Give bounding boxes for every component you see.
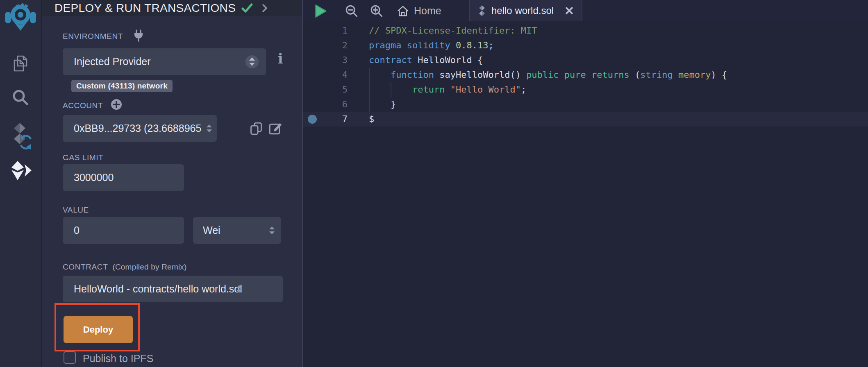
sidebar-item-solidity-compiler[interactable] <box>0 122 41 151</box>
sidebar-item-file-explorer[interactable] <box>0 54 41 73</box>
zoom-in-button[interactable] <box>370 0 384 22</box>
gas-limit-value: 3000000 <box>63 172 114 184</box>
page-title: DEPLOY & RUN TRANSACTIONS <box>55 2 236 15</box>
network-badge: Custom (43113) network <box>71 80 173 92</box>
environment-label: ENVIRONMENT <box>63 32 123 41</box>
glyph-margin[interactable] <box>303 38 327 53</box>
value-label: VALUE <box>63 206 89 215</box>
run-script-button[interactable] <box>315 0 327 22</box>
line-number: 4 <box>327 68 348 82</box>
zoom-out-icon <box>345 4 359 18</box>
remix-logo[interactable] <box>0 2 41 32</box>
sidebar-item-deploy-run[interactable] <box>0 160 41 182</box>
tab-home[interactable]: Home <box>397 0 441 22</box>
unit-select-arrows <box>269 227 275 235</box>
code-line-text: function sayHelloWorld() public pure ret… <box>348 68 727 82</box>
environment-select[interactable]: Injected Provider <box>63 48 266 75</box>
glyph-margin[interactable] <box>303 53 327 68</box>
code-area[interactable]: 1// SPDX-License-Identifier: MIT2pragma … <box>303 22 868 127</box>
code-line-text: pragma solidity 0.8.13; <box>348 38 494 53</box>
solidity-compiler-icon <box>7 122 34 151</box>
line-number: 3 <box>327 53 348 68</box>
code-line[interactable]: 3contract HelloWorld { <box>303 53 868 68</box>
account-select[interactable]: 0xBB9...29733 (23.6688965 <box>63 115 217 142</box>
sidebar-item-search[interactable] <box>0 88 41 107</box>
contract-label: CONTRACT (Compiled by Remix) <box>63 263 187 272</box>
edit-account-icon[interactable] <box>268 121 283 136</box>
add-account-icon[interactable] <box>111 99 122 110</box>
code-line-text: // SPDX-License-Identifier: MIT <box>348 23 537 38</box>
publish-ipfs-label: Publish to IPFS <box>83 353 153 365</box>
deploy-button[interactable]: Deploy <box>64 316 133 343</box>
environment-select-arrows <box>245 55 259 68</box>
value-input[interactable]: 0 <box>63 217 184 244</box>
glyph-margin[interactable] <box>303 23 327 38</box>
file-tab-label: hello world.sol <box>491 5 554 16</box>
code-line[interactable]: 6 } <box>303 97 868 112</box>
updown-arrows-icon <box>249 57 255 66</box>
close-tab-icon[interactable] <box>565 7 573 15</box>
publish-ipfs-checkbox[interactable] <box>64 351 76 364</box>
gas-limit-label: GAS LIMIT <box>63 153 103 162</box>
home-tab-label: Home <box>414 5 441 17</box>
file-explorer-icon <box>11 54 30 73</box>
code-line[interactable]: 2pragma solidity 0.8.13; <box>303 38 868 53</box>
code-line-text: } <box>348 97 396 112</box>
icon-panel <box>0 0 42 367</box>
code-line[interactable]: 7$ <box>303 112 868 127</box>
account-select-arrows <box>207 125 212 133</box>
value-unit: Wei <box>193 224 220 236</box>
updown-arrows-icon <box>269 227 275 235</box>
zoom-in-icon <box>370 4 384 18</box>
panel-header: DEPLOY & RUN TRANSACTIONS <box>42 0 302 16</box>
updown-arrows-icon <box>236 285 242 293</box>
chevron-right-icon[interactable] <box>262 4 268 13</box>
editor-toolbar: Home hello world.sol <box>303 0 868 22</box>
code-line-text: contract HelloWorld { <box>348 53 483 68</box>
code-line-text: return "Hello World"; <box>348 82 526 97</box>
tab-hello-world-sol[interactable]: hello world.sol <box>469 0 582 21</box>
environment-value: Injected Provider <box>63 56 151 68</box>
breakpoint-dot[interactable] <box>308 115 317 124</box>
value-unit-select[interactable]: Wei <box>193 217 281 244</box>
value-amount: 0 <box>63 224 80 236</box>
account-label: ACCOUNT <box>63 101 103 110</box>
line-number: 7 <box>327 112 348 127</box>
contract-value: HelloWorld - contracts/hello world.sol <box>63 283 242 295</box>
solidity-file-icon <box>478 5 486 16</box>
indent-guide <box>369 68 370 112</box>
indent-guide <box>391 82 391 97</box>
glyph-margin[interactable] <box>303 97 327 112</box>
deploy-run-icon <box>9 160 32 182</box>
contract-label-text: CONTRACT <box>63 263 108 271</box>
code-line[interactable]: 5 return "Hello World"; <box>303 82 868 97</box>
contract-sublabel: (Compiled by Remix) <box>110 263 187 271</box>
play-icon <box>315 5 327 18</box>
gas-limit-input[interactable]: 3000000 <box>63 164 184 191</box>
info-icon[interactable]: i <box>278 51 283 67</box>
updown-arrows-icon <box>207 125 212 133</box>
code-line[interactable]: 4 function sayHelloWorld() public pure r… <box>303 68 868 82</box>
check-icon <box>241 3 253 13</box>
remix-ide: DEPLOY & RUN TRANSACTIONS ENVIRONMENT In… <box>0 0 868 367</box>
account-value: 0xBB9...29733 (23.6688965 <box>63 122 201 134</box>
editor-area: Home hello world.sol <box>303 0 868 367</box>
remix-logo-icon <box>4 2 37 32</box>
contract-select[interactable]: HelloWorld - contracts/hello world.sol <box>63 276 283 302</box>
code-line-text: $ <box>348 112 374 127</box>
home-icon <box>397 5 409 17</box>
copy-account-icon[interactable] <box>249 121 263 136</box>
search-icon <box>11 88 30 107</box>
glyph-margin[interactable] <box>303 68 327 82</box>
line-number: 5 <box>327 82 348 97</box>
line-number: 1 <box>327 23 348 38</box>
code-line[interactable]: 1// SPDX-License-Identifier: MIT <box>303 23 868 38</box>
deploy-run-panel: DEPLOY & RUN TRANSACTIONS ENVIRONMENT In… <box>42 0 303 367</box>
glyph-margin[interactable] <box>303 112 327 127</box>
line-number: 6 <box>327 97 348 112</box>
close-icon <box>565 7 573 15</box>
glyph-margin[interactable] <box>303 82 327 97</box>
zoom-out-button[interactable] <box>345 0 359 22</box>
plug-icon <box>133 29 144 42</box>
line-number: 2 <box>327 38 348 53</box>
